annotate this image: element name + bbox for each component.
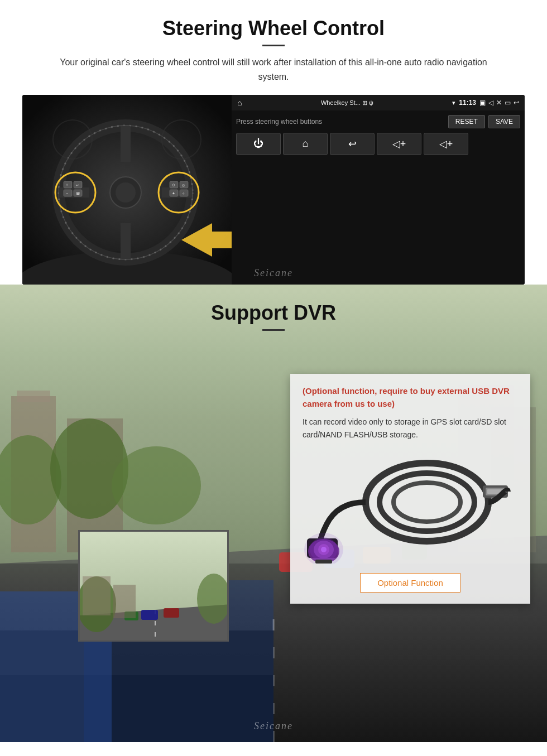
svg-text:✧: ✧	[182, 192, 185, 195]
ctrl-btn-vol-up1[interactable]: ◁+	[377, 133, 421, 155]
svg-text:−: −	[66, 191, 68, 195]
dvr-watermark: Seicane	[254, 720, 293, 732]
steering-composite-image: + − ↩ ☎ ⊙ ✦ ◎ ✧	[22, 95, 525, 285]
control-buttons-row: ⏻ ⌂ ↩ ◁+ ◁+	[236, 133, 520, 155]
svg-rect-74	[315, 560, 332, 564]
svg-text:☎: ☎	[76, 192, 80, 195]
header-action-buttons: RESET SAVE	[448, 115, 520, 128]
x-icon: ✕	[496, 99, 502, 107]
dvr-info-card: (Optional function, require to buy exter…	[290, 374, 530, 604]
dvr-title: Support DVR	[22, 301, 525, 325]
ctrl-btn-power[interactable]: ⏻	[236, 133, 281, 155]
steering-wheel-photo: + − ↩ ☎ ⊙ ✦ ◎ ✧	[22, 95, 232, 285]
steering-title: Steering Wheel Control	[22, 17, 525, 40]
svg-text:⊙: ⊙	[172, 183, 175, 187]
ctrl-btn-back[interactable]: ↩	[330, 133, 375, 155]
svg-text:+: +	[66, 183, 68, 187]
dvr-section: Support DVR	[0, 285, 547, 742]
save-button[interactable]: SAVE	[488, 115, 520, 128]
press-hint: Press steering wheel buttons	[236, 118, 322, 126]
home-icon: ⌂	[237, 98, 242, 107]
dvr-title-area: Support DVR	[0, 285, 547, 336]
svg-point-9	[116, 182, 136, 203]
dvr-optional-note: (Optional function, require to buy exter…	[303, 385, 518, 410]
app-title: Wheelkey St... ⊞ ψ	[245, 99, 449, 107]
svg-point-39	[112, 446, 201, 524]
status-time: 11:13	[459, 99, 476, 107]
svg-point-73	[304, 533, 343, 564]
svg-rect-35	[17, 391, 50, 402]
svg-text:◎: ◎	[182, 184, 185, 187]
svg-rect-59	[83, 576, 111, 615]
dvr-inset-screenshot	[78, 530, 229, 642]
dvr-description: It can record video only to storage in G…	[303, 416, 518, 441]
reset-button[interactable]: RESET	[448, 115, 485, 128]
optional-function-button[interactable]: Optional Function	[360, 573, 460, 593]
steering-section: Steering Wheel Control Your original car…	[0, 0, 547, 285]
svg-text:↩: ↩	[76, 184, 79, 187]
svg-rect-60	[113, 585, 136, 618]
wifi-icon: ▾	[452, 99, 455, 107]
steering-divider	[262, 45, 285, 46]
back-icon: ↩	[514, 99, 519, 107]
svg-rect-56	[141, 610, 158, 620]
ctrl-btn-vol-up2[interactable]: ◁+	[424, 133, 468, 155]
steering-ctrl-header: Press steering wheel buttons RESET SAVE	[236, 115, 520, 128]
svg-text:✦: ✦	[172, 191, 175, 195]
svg-point-63	[394, 483, 460, 522]
dvr-camera-image	[303, 449, 518, 566]
android-screen: ⌂ Wheelkey St... ⊞ ψ ▾ 11:13 ▣ ◁ ✕ ▭ ↩ P…	[232, 95, 525, 285]
screen-icon: ▭	[505, 99, 511, 107]
android-main-content: Press steering wheel buttons RESET SAVE …	[232, 110, 525, 285]
dvr-title-divider	[262, 329, 285, 331]
volume-icon: ◁	[488, 99, 493, 107]
svg-rect-57	[164, 608, 179, 618]
status-icons: ▣ ◁ ✕ ▭ ↩	[479, 99, 519, 107]
android-statusbar: ⌂ Wheelkey St... ⊞ ψ ▾ 11:13 ▣ ◁ ✕ ▭ ↩	[232, 95, 525, 110]
camera-icon: ▣	[479, 99, 486, 107]
steering-description: Your original car's steering wheel contr…	[50, 55, 497, 84]
ctrl-btn-home[interactable]: ⌂	[283, 133, 328, 155]
